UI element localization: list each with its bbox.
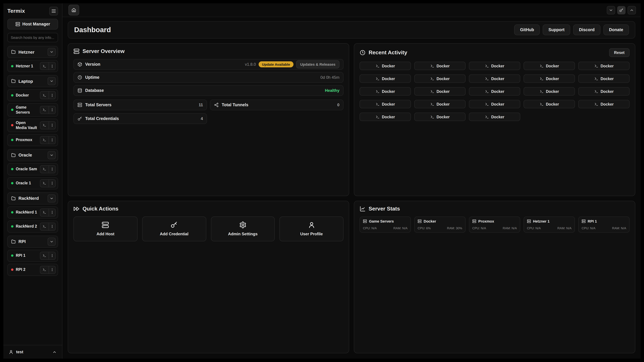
sidebar-group: RPI RPI 1 RPI 2 (8, 236, 58, 276)
host-item[interactable]: RackNerd 1 (8, 206, 58, 219)
group-collapse-button[interactable] (48, 194, 56, 202)
host-item[interactable]: Game Servers (8, 103, 58, 117)
host-menu-button[interactable] (49, 252, 55, 259)
activity-item[interactable]: Docker (578, 87, 630, 95)
sidebar-menu-button[interactable] (49, 7, 58, 15)
sidebar-group-header[interactable]: RPI (8, 236, 58, 248)
host-menu-button[interactable] (49, 266, 55, 274)
group-collapse-button[interactable] (48, 77, 56, 85)
sidebar-group: RackNerd RackNerd 1 RackNerd 2 (8, 192, 58, 233)
open-terminal-button[interactable] (40, 180, 49, 187)
host-name: Oracle Sam (16, 167, 38, 172)
updates-releases-button[interactable]: Updates & Releases (296, 60, 340, 68)
open-terminal-button[interactable] (40, 91, 49, 99)
sidebar-group-header[interactable]: Hetzner (8, 46, 58, 58)
activity-item[interactable]: Docker (578, 74, 630, 83)
key-icon (619, 8, 624, 12)
activity-item[interactable]: Docker (414, 100, 466, 108)
activity-item[interactable]: Docker (469, 87, 520, 95)
activity-item[interactable]: Docker (469, 100, 520, 108)
donate-button[interactable]: Donate (603, 24, 629, 35)
host-menu-button[interactable] (49, 180, 55, 187)
activity-item[interactable]: Docker (360, 87, 411, 95)
activity-label: Docker (436, 64, 450, 68)
host-item[interactable]: RackNerd 2 (8, 221, 58, 233)
terminal-icon (540, 102, 544, 106)
host-item[interactable]: RPI 1 (8, 250, 58, 262)
activity-item[interactable]: Docker (524, 74, 575, 83)
host-menu-button[interactable] (49, 91, 55, 99)
sidebar-group-header[interactable]: Laptop (8, 75, 58, 87)
sidebar-group: Oracle Oracle Sam Oracle 1 (8, 149, 58, 189)
github-button[interactable]: GitHub (514, 24, 540, 35)
host-menu-button[interactable] (49, 223, 55, 230)
quick-action[interactable]: Admin Settings (211, 216, 275, 241)
open-terminal-button[interactable] (40, 266, 49, 274)
activity-item[interactable]: Docker (469, 74, 520, 83)
tab-scroll-up-button[interactable] (628, 6, 636, 14)
server-icon (527, 219, 531, 223)
group-collapse-button[interactable] (48, 48, 56, 56)
open-terminal-button[interactable] (40, 122, 49, 129)
activity-label: Docker (491, 77, 504, 81)
sidebar-group-header[interactable]: Oracle (8, 149, 58, 161)
group-collapse-button[interactable] (48, 151, 56, 159)
activity-item[interactable]: Docker (360, 62, 411, 70)
host-menu-button[interactable] (49, 166, 55, 173)
host-menu-button[interactable] (49, 106, 55, 114)
open-terminal-button[interactable] (40, 252, 49, 259)
sidebar-group-header[interactable]: RackNerd (8, 192, 58, 204)
host-menu-button[interactable] (49, 136, 55, 144)
server-name: Hetzner 1 (533, 219, 550, 223)
host-item[interactable]: Oracle 1 (8, 177, 58, 189)
activity-item[interactable]: Docker (360, 100, 411, 108)
quick-action[interactable]: User Profile (280, 216, 344, 241)
open-terminal-button[interactable] (40, 136, 49, 144)
open-terminal-button[interactable] (40, 223, 49, 230)
quick-action[interactable]: Add Credential (142, 216, 206, 241)
card-title: Server Overview (82, 48, 124, 54)
activity-item[interactable]: Docker (360, 113, 411, 121)
host-item[interactable]: Docker (8, 89, 58, 101)
host-item[interactable]: Proxmox (8, 134, 58, 146)
server-stat-tile: Hetzner 1 CPU: N/A RAM: N/A (524, 216, 575, 232)
group-collapse-button[interactable] (48, 238, 56, 246)
sidebar-user-footer[interactable]: test (3, 345, 62, 359)
activity-item[interactable]: Docker (360, 74, 411, 83)
host-menu-button[interactable] (49, 62, 55, 70)
activity-item[interactable]: Docker (469, 62, 520, 70)
activity-item[interactable]: Docker (524, 100, 575, 108)
activity-item[interactable]: Docker (414, 87, 466, 95)
tab-home[interactable] (68, 5, 79, 15)
host-item[interactable]: Open Media Vault (8, 119, 58, 132)
activity-item[interactable]: Docker (469, 113, 520, 121)
host-item[interactable]: Oracle Sam (8, 163, 58, 175)
activity-item[interactable]: Docker (524, 62, 575, 70)
version-value: v1.8.0 (245, 62, 256, 67)
open-terminal-button[interactable] (40, 62, 49, 70)
activity-label: Docker (382, 64, 395, 68)
quick-action[interactable]: Add Host (74, 216, 138, 241)
activity-item[interactable]: Docker (578, 62, 630, 70)
terminal-icon (376, 89, 380, 93)
host-item[interactable]: RPI 2 (8, 264, 58, 276)
support-button[interactable]: Support (543, 24, 570, 35)
reset-button[interactable]: Reset (609, 48, 630, 57)
host-item[interactable]: Hetzner 1 (8, 60, 58, 72)
activity-item[interactable]: Docker (414, 113, 466, 121)
search-input[interactable] (8, 33, 58, 42)
discord-button[interactable]: Discord (573, 24, 600, 35)
credentials-button[interactable] (617, 6, 626, 14)
activity-item[interactable]: Docker (578, 100, 630, 108)
open-terminal-button[interactable] (40, 106, 49, 114)
activity-item[interactable]: Docker (414, 74, 466, 83)
activity-item[interactable]: Docker (414, 62, 466, 70)
tab-scroll-down-button[interactable] (607, 6, 615, 14)
open-terminal-button[interactable] (40, 209, 49, 216)
host-manager-button[interactable]: Host Manager (8, 19, 58, 29)
activity-label: Docker (382, 115, 395, 119)
activity-item[interactable]: Docker (524, 87, 575, 95)
host-menu-button[interactable] (49, 209, 55, 216)
host-menu-button[interactable] (49, 122, 55, 129)
open-terminal-button[interactable] (40, 166, 49, 173)
